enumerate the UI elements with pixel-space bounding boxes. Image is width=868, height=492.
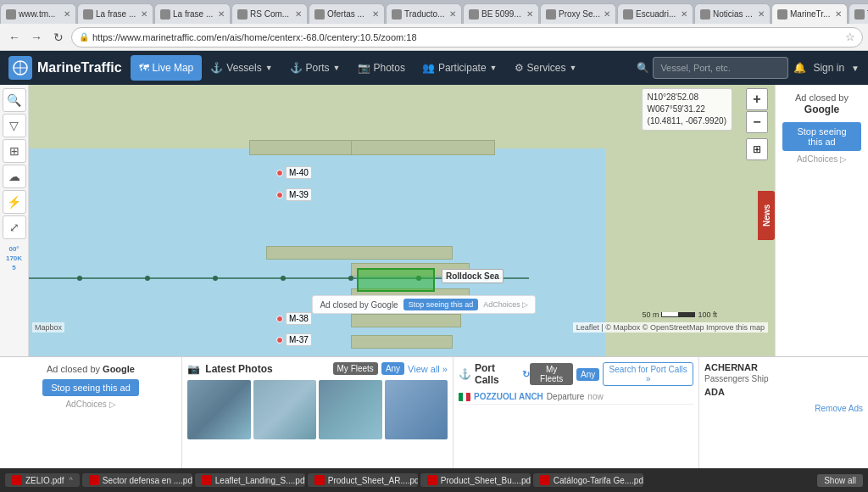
forward-button[interactable]: → — [27, 28, 46, 47]
browser-tab[interactable]: Ofertas ...✕ — [309, 3, 385, 24]
photo-thumb-2[interactable] — [253, 380, 317, 439]
taskbar-item[interactable]: Leaflet_Landing_S....pdf^ — [195, 473, 305, 487]
ada-title: ADA — [704, 387, 863, 397]
taskbar-item[interactable]: Catálogo-Tarifa Ge....pdf^ — [533, 473, 643, 487]
route-tool[interactable]: ⚡ — [3, 190, 26, 214]
back-button[interactable]: ← — [5, 28, 24, 47]
stop-seeing-button[interactable]: Stop seeing this ad — [782, 122, 861, 151]
address-bar[interactable]: 🔒 https://www.marinetraffic.com/en/ais/h… — [71, 27, 863, 48]
vessel-m40[interactable]: M-40 — [276, 166, 312, 179]
filter-tool[interactable]: ▽ — [3, 114, 26, 137]
taskbar-item[interactable]: Product_Sheet_AR....pdf^ — [308, 473, 418, 487]
bookmark-icon[interactable]: ☆ — [845, 31, 855, 43]
ad-panel: Ad closed by Google Stop seeing this ad … — [776, 85, 868, 171]
browser-tab[interactable]: Traducto...✕ — [849, 3, 868, 24]
live-map-button[interactable]: 🗺 Live Map — [131, 55, 203, 81]
photos-title: 📷 Latest Photos — [187, 363, 273, 375]
app-content: MarineTraffic 🗺 Live Map ⚓ Vessels ▼ ⚓ P… — [0, 51, 868, 468]
app-title: MarineTraffic — [37, 60, 122, 75]
vessel-name-1[interactable]: POZZUOLI ANCH — [474, 392, 543, 401]
search-area: 🔍 🔔 Sign in ▼ — [637, 57, 860, 79]
stop-seeing-small-button[interactable]: Stop seeing this ad — [403, 299, 479, 310]
map-container[interactable]: Rolldock Sea M-40 M-39 M-38 — [29, 85, 775, 356]
bottom-ad-title: Ad closed by Google — [47, 364, 135, 374]
vessel-m38[interactable]: M-38 — [276, 312, 312, 325]
browser-frame: www.tm...✕La frase ...✕La frase ...✕RS C… — [0, 0, 868, 492]
expand-tool[interactable]: ⤢ — [3, 215, 26, 239]
map-sidebar: 🔍 ▽ ⊞ ☁ ⚡ ⤢ 00° 170K 5 — [0, 85, 29, 356]
bearing-badge: 00° — [8, 245, 19, 253]
refresh-icon[interactable]: ↻ — [522, 369, 530, 380]
adchoices-small-link[interactable]: AdChoices ▷ — [483, 300, 528, 309]
photos-header: 📷 Latest Photos My Fleets Any View all » — [187, 362, 448, 375]
signin-button[interactable]: Sign in — [806, 59, 851, 77]
zoom-out-button[interactable]: − — [746, 111, 768, 133]
browser-tab[interactable]: www.tm...✕ — [0, 3, 76, 24]
bottom-adchoices[interactable]: AdChoices ▷ — [65, 400, 115, 409]
services-button[interactable]: ⚙ Services ▼ — [506, 55, 586, 81]
ad-closed-overlay: Ad closed by Google Stop seeing this ad … — [312, 295, 536, 314]
remove-ads-link[interactable]: Remove Ads — [704, 404, 863, 413]
pier-6 — [351, 314, 461, 327]
taskbar-item[interactable]: Product_Sheet_Bu....pdf^ — [420, 473, 531, 487]
scale-label-2: 100 ft — [698, 310, 717, 319]
browser-tab[interactable]: La frase ...✕ — [154, 3, 231, 24]
notification-icon[interactable]: 🔔 — [793, 62, 806, 74]
active-vessel-label[interactable]: Rolldock Sea — [442, 269, 504, 283]
browser-tab[interactable]: Traducto...✕ — [386, 3, 462, 24]
anchor-icon: ⚓ — [459, 368, 471, 380]
port-calls-any-button[interactable]: Any — [576, 368, 599, 381]
browser-tab[interactable]: BE 5099...✕ — [463, 3, 539, 24]
taskbar-item[interactable]: Sector defensa en ....pdf^ — [82, 473, 192, 487]
scale-label-1: 50 m — [642, 310, 659, 319]
search-input[interactable] — [653, 57, 788, 79]
vessels-button[interactable]: ⚓ Vessels ▼ — [202, 55, 281, 81]
weather-tool[interactable]: ☁ — [3, 165, 26, 188]
photos-view-all-link[interactable]: View all » — [408, 364, 448, 374]
photo-thumb-4[interactable] — [385, 380, 448, 439]
photos-any-button[interactable]: Any — [381, 362, 404, 375]
search-port-calls-button[interactable]: Search for Port Calls » — [603, 362, 693, 386]
mt-nav: MarineTraffic 🗺 Live Map ⚓ Vessels ▼ ⚓ P… — [0, 51, 868, 85]
photo-thumb-1[interactable] — [187, 380, 251, 439]
vessel-dot-m40 — [276, 170, 283, 176]
browser-tab[interactable]: Escuadri...✕ — [617, 3, 693, 24]
vessel-m37[interactable]: M-37 — [276, 333, 312, 346]
reload-button[interactable]: ↻ — [49, 28, 68, 47]
coord-line1: N10°28'52.08 — [648, 92, 726, 103]
pier-7 — [351, 335, 453, 349]
photo-thumb-3[interactable] — [319, 380, 382, 439]
taskbar-item[interactable]: ZELIO.pdf^ — [5, 473, 80, 487]
vessel-label-m39: M-39 — [286, 188, 312, 201]
services-arrow: ▼ — [570, 64, 577, 72]
ad-closed-label: Ad closed by Google — [320, 300, 398, 310]
browser-tab[interactable]: La frase ...✕ — [77, 3, 153, 24]
ports-button[interactable]: ⚓ Ports ▼ — [281, 55, 349, 81]
nav-bar: ← → ↻ 🔒 https://www.marinetraffic.com/en… — [0, 24, 868, 51]
show-all-button[interactable]: Show all — [817, 474, 863, 487]
port-calls-my-fleets-button[interactable]: My Fleets — [530, 363, 573, 385]
map-attribution[interactable]: Leaflet | © Mapbox © OpenStreetMap Impro… — [573, 322, 768, 333]
pier-3 — [266, 246, 453, 260]
logo-icon — [8, 56, 32, 80]
map-grid-button[interactable]: ⊞ — [746, 138, 768, 160]
address-text: https://www.marinetraffic.com/en/ais/hom… — [92, 32, 842, 42]
photos-button[interactable]: 📷 Photos — [349, 55, 414, 81]
right-ad-panel: Ad closed by Google Stop seeing this ad … — [775, 85, 868, 356]
news-button[interactable]: News — [758, 191, 775, 240]
adchoices-link[interactable]: AdChoices ▷ — [782, 154, 861, 164]
mapbox-label: Mapbox — [32, 322, 64, 333]
vessel-m39[interactable]: M-39 — [276, 188, 312, 201]
browser-tab[interactable]: RS Com...✕ — [231, 3, 308, 24]
photos-grid — [187, 380, 448, 439]
participate-button[interactable]: 👥 Participate ▼ — [414, 55, 506, 81]
browser-tab[interactable]: Proxy Se...✕ — [540, 3, 616, 24]
bottom-stop-seeing-button[interactable]: Stop seeing this ad — [42, 379, 139, 396]
browser-tab[interactable]: MarineTr...✕ — [771, 3, 848, 24]
browser-tab[interactable]: Noticias ...✕ — [694, 3, 771, 24]
photos-my-fleets-button[interactable]: My Fleets — [333, 362, 378, 375]
zoom-in-button[interactable]: + — [746, 88, 768, 110]
search-tool[interactable]: 🔍 — [3, 88, 26, 112]
participate-arrow: ▼ — [490, 64, 498, 72]
layers-tool[interactable]: ⊞ — [3, 139, 26, 163]
